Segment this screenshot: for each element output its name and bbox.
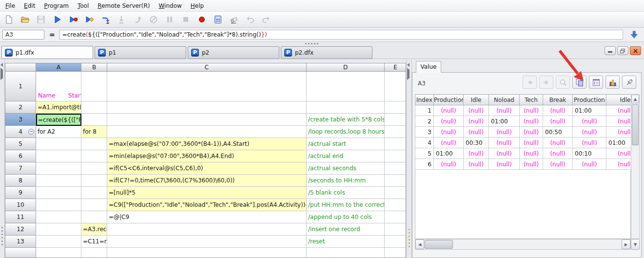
value-cell[interactable]: (null) xyxy=(434,138,464,148)
value-row-index[interactable]: 1 xyxy=(415,105,434,116)
value-cell[interactable]: 00:30 xyxy=(464,138,489,148)
value-cell[interactable]: (null) xyxy=(489,127,520,138)
cell-A6[interactable] xyxy=(36,150,81,162)
restore-icon[interactable] xyxy=(617,46,628,55)
cell-C2[interactable] xyxy=(107,101,307,114)
cell-B14[interactable] xyxy=(81,248,107,258)
value-cell[interactable]: (null) xyxy=(520,148,543,159)
formula-input[interactable]: =create(${(["Production","Idle","Noload"… xyxy=(59,30,623,40)
row-header-13[interactable]: 13 xyxy=(5,236,36,248)
cell-E2[interactable] xyxy=(385,101,406,114)
execute-icon[interactable] xyxy=(51,14,63,25)
value-cell[interactable]: (null) xyxy=(434,127,464,138)
value-cell[interactable]: (null) xyxy=(464,127,489,138)
row-header-11[interactable]: 11 xyxy=(5,211,36,223)
cell-B12[interactable]: =A3.record(C11) xyxy=(81,223,107,236)
cell-A11[interactable] xyxy=(36,211,81,223)
value-cell[interactable]: 01:00 xyxy=(606,138,631,148)
cell-D3-comment[interactable]: /create table with 5*8 cols xyxy=(307,114,385,126)
value-cell[interactable]: (null) xyxy=(520,127,543,138)
cell-B7[interactable] xyxy=(81,162,107,175)
cell-E6[interactable] xyxy=(385,150,406,162)
value-cell[interactable]: 01:00 xyxy=(573,105,606,116)
cell-C4[interactable] xyxy=(107,126,307,138)
cell-D14[interactable] xyxy=(307,248,385,258)
row-header-12[interactable]: 12 xyxy=(5,223,36,236)
cell-E8[interactable] xyxy=(385,175,406,187)
cell-C9[interactable]: =[null]*5 xyxy=(107,187,307,199)
cell-reference-input[interactable]: A3 xyxy=(2,30,44,40)
value-cell[interactable]: (null) xyxy=(573,159,606,170)
col-header-C[interactable]: C xyxy=(107,63,307,72)
value-col-header[interactable]: Index xyxy=(415,95,434,105)
row-header-1[interactable]: 1 xyxy=(5,72,36,101)
value-cell[interactable]: (null) xyxy=(489,105,520,116)
pin-icon[interactable] xyxy=(622,76,636,89)
row-header-8[interactable]: 8 xyxy=(5,175,36,187)
row-header-2[interactable]: 2 xyxy=(5,101,36,114)
cell-E13[interactable] xyxy=(385,236,406,248)
value-cell[interactable]: (null) xyxy=(573,116,606,127)
cell-B11[interactable] xyxy=(81,211,107,223)
corner-header[interactable] xyxy=(5,63,36,72)
vertical-scrollbar[interactable]: ▲ xyxy=(631,94,640,239)
cell-D12-comment[interactable]: /insert one record xyxy=(307,223,385,236)
cell-B9[interactable] xyxy=(81,187,107,199)
cell-D5-comment[interactable]: /actrual start xyxy=(307,138,385,150)
cell-B13[interactable]: =C11=null xyxy=(81,236,107,248)
cell-A14[interactable] xyxy=(36,248,81,258)
row-header-10[interactable]: 10 xyxy=(5,199,36,211)
value-row-index[interactable]: 3 xyxy=(415,127,434,138)
cell-C12[interactable] xyxy=(107,223,307,236)
cell-A12[interactable] xyxy=(36,223,81,236)
value-cell[interactable]: (null) xyxy=(520,138,543,148)
horizontal-scroll-thumb[interactable] xyxy=(425,240,453,249)
cell-E11[interactable] xyxy=(385,211,406,223)
cell-B2[interactable] xyxy=(81,101,107,114)
value-cell[interactable]: 01:00 xyxy=(434,148,464,159)
cell-E12[interactable] xyxy=(385,223,406,236)
step-next-icon[interactable] xyxy=(99,14,111,25)
col-header-B[interactable]: B xyxy=(81,63,107,72)
row-header-6[interactable]: 6 xyxy=(5,150,36,162)
col-header-A[interactable]: A xyxy=(36,63,81,72)
value-cell[interactable]: (null) xyxy=(606,159,631,170)
menu-program[interactable]: Program xyxy=(39,1,73,11)
tab-p1-dfx[interactable]: P p1.dfx xyxy=(1,46,93,59)
cell-E7[interactable] xyxy=(385,162,406,175)
value-col-header[interactable]: Noload xyxy=(489,95,520,105)
cell-D2[interactable] xyxy=(307,101,385,114)
collapse-arrows-icon[interactable] xyxy=(0,62,3,81)
menu-edit[interactable]: Edit xyxy=(20,1,39,11)
value-cell[interactable]: (null) xyxy=(606,116,631,127)
cell-D13-comment[interactable]: /reset xyxy=(307,236,385,248)
cell-D1[interactable] xyxy=(307,72,385,101)
tabbar-drag-handle[interactable] xyxy=(305,43,318,44)
cell-C11[interactable]: =@|C9 xyxy=(107,211,307,223)
cell-E4[interactable] xyxy=(385,126,406,138)
value-cell[interactable]: (null) xyxy=(434,105,464,116)
cell-E10[interactable] xyxy=(385,199,406,211)
cell-D10-comment[interactable]: /put HH:mm to the correct postion xyxy=(307,199,385,211)
col-header-E[interactable]: E xyxy=(385,63,406,72)
value-cell[interactable]: (null) xyxy=(543,116,573,127)
cell-B3[interactable] xyxy=(81,114,107,126)
value-cell[interactable]: (null) xyxy=(543,138,573,148)
tab-p2-dfx[interactable]: P p2.dfx xyxy=(281,46,372,59)
cell-E3[interactable] xyxy=(385,114,406,126)
value-cell[interactable]: (null) xyxy=(606,148,631,159)
value-cell[interactable]: (null) xyxy=(464,116,489,127)
cell-A7[interactable] xyxy=(36,162,81,175)
cell-B4[interactable]: for 8 xyxy=(81,126,107,138)
cell-C14[interactable] xyxy=(107,248,307,258)
left-splitter[interactable] xyxy=(0,59,5,258)
clear-icon[interactable] xyxy=(228,14,240,25)
close-icon[interactable]: × xyxy=(630,46,641,55)
cell-A4[interactable]: for A2 xyxy=(36,126,81,138)
cell-D9-comment[interactable]: /5 blank cols xyxy=(307,187,385,199)
cell-E14[interactable] xyxy=(385,248,406,258)
cell-A1[interactable]: Name Start End Activity Krishna 08:00 11… xyxy=(36,72,81,101)
cell-D11-comment[interactable]: /append up to 40 cols xyxy=(307,211,385,223)
cell-D4-comment[interactable]: /loop records,loop 8 hours xyxy=(307,126,385,138)
cell-C5[interactable]: =max(elapse@s("07:00",3600*(B4-1)),A4.St… xyxy=(107,138,307,150)
